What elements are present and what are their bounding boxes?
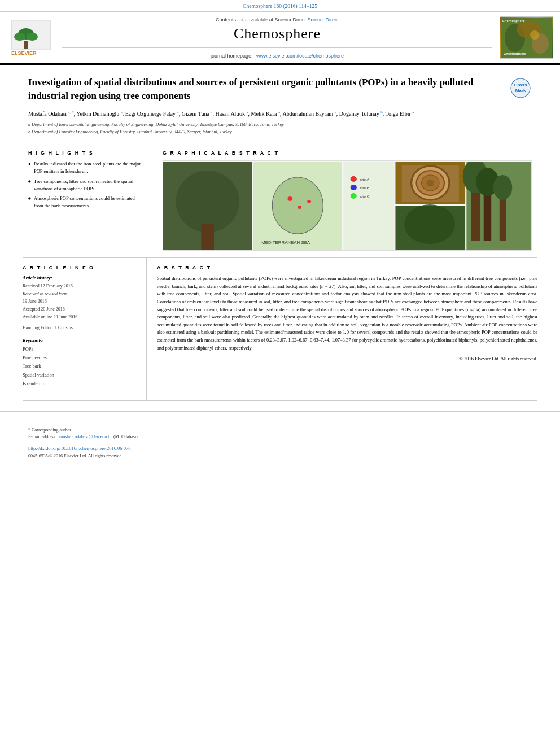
homepage-url[interactable]: www.elsevier.com/locate/chemosphere xyxy=(256,53,344,59)
email-line: E-mail address: mustafa.odabasi@deu.edu.… xyxy=(28,434,532,440)
page: Chemosphere 160 (2016) 114–125 ELSEVIER … xyxy=(0,0,560,747)
svg-point-20 xyxy=(287,196,292,201)
svg-rect-1 xyxy=(24,41,28,49)
received-date: Received 12 February 2016 xyxy=(23,282,139,290)
sciencedirect-link[interactable]: ScienceDirect xyxy=(308,17,339,23)
footer-issn: 0045-6535/© 2016 Elsevier Ltd. All right… xyxy=(28,453,532,458)
svg-point-36 xyxy=(427,180,434,186)
handling-editor: Handling Editor: J. Cousins xyxy=(23,324,139,332)
svg-point-27 xyxy=(351,193,357,199)
svg-point-25 xyxy=(351,176,357,182)
svg-text:ELSEVIER: ELSEVIER xyxy=(11,50,37,56)
journal-header-center: Contents lists available at ScienceDirec… xyxy=(62,16,492,59)
svg-point-38 xyxy=(404,204,455,244)
keyword-3: Tree bark xyxy=(23,362,139,370)
authors-line: Mustafa Odabasi a, *, Yetkin Dumanoglu a… xyxy=(28,110,532,118)
highlights-label: H I G H L I G H T S xyxy=(28,150,145,156)
svg-point-26 xyxy=(351,185,357,190)
affiliation-b: b Department of Forestry Engineering, Fa… xyxy=(28,129,532,135)
svg-text:Chemosphere: Chemosphere xyxy=(504,52,527,55)
svg-point-22 xyxy=(307,200,311,203)
homepage-label: journal homepage: xyxy=(211,53,253,59)
received-revised-date: 19 June 2016 xyxy=(23,298,139,305)
keyword-4: Spatial variation xyxy=(23,371,139,379)
svg-point-10 xyxy=(530,30,539,40)
keyword-5: Iskenderun xyxy=(23,379,139,388)
svg-text:site B: site B xyxy=(360,186,369,190)
svg-text:Mark: Mark xyxy=(515,88,526,93)
article-header: Investigation of spatial distributions a… xyxy=(0,65,560,143)
abstract-text: Spatial distributions of persistent orga… xyxy=(157,275,537,363)
article-history-block: Article history: Received 12 February 20… xyxy=(23,275,139,332)
contents-available-line: Contents lists available at ScienceDirec… xyxy=(216,17,339,23)
keyword-1: POPs xyxy=(23,345,139,353)
affiliation-a: a Department of Environmental Engineerin… xyxy=(28,121,532,128)
svg-text:site C: site C xyxy=(360,194,370,198)
svg-text:site A: site A xyxy=(360,177,369,181)
accepted-date: Accepted 20 June 2016 xyxy=(23,305,139,313)
graphical-abstract-label: G R A P H I C A L A B S T R A C T xyxy=(163,150,532,156)
crossmark-icon: Cross Mark xyxy=(510,77,531,99)
journal-header: ELSEVIER Contents lists available at Sci… xyxy=(0,12,560,64)
svg-point-45 xyxy=(493,175,513,200)
highlights-graphical-section: H I G H L I G H T S Results indicated th… xyxy=(23,143,537,258)
received-revised-label: Received in revised form xyxy=(23,290,139,298)
journal-ref-text: Chemosphere 160 (2016) 114–125 xyxy=(243,3,317,9)
email-person: (M. Odabasi). xyxy=(113,434,139,439)
corresponding-note: * Corresponding author. xyxy=(28,427,532,434)
svg-rect-17 xyxy=(201,224,213,250)
history-title: Article history: xyxy=(23,275,139,281)
keywords-list: POPs Pine needles Tree bark Spatial vari… xyxy=(23,345,139,388)
svg-text:Cross: Cross xyxy=(514,82,527,88)
abstract-body: Spatial distributions of persistent orga… xyxy=(157,276,537,350)
cover-title-text: Chemosphere xyxy=(502,19,525,23)
article-info-column: A R T I C L E I N F O Article history: R… xyxy=(23,258,147,400)
highlight-item-1: Results indicated that the iron-steel pl… xyxy=(28,160,145,175)
available-online: Available online 29 June 2016 xyxy=(23,313,139,321)
article-title-text: Investigation of spatial distributions a… xyxy=(28,76,504,103)
svg-point-21 xyxy=(298,206,301,209)
footer-links: http://dx.doi.org/10.1016/j.chemosphere.… xyxy=(28,445,532,451)
article-info-section: A R T I C L E I N F O Article history: R… xyxy=(23,258,537,401)
keywords-block: Keywords: POPs Pine needles Tree bark Sp… xyxy=(23,338,139,388)
svg-point-4 xyxy=(27,33,38,41)
svg-point-19 xyxy=(272,177,323,234)
highlight-item-3: Atmospheric POP concentrations could be … xyxy=(28,195,145,209)
email-address[interactable]: mustafa.odabasi@deu.edu.tr xyxy=(59,434,111,439)
highlights-list: Results indicated that the iron-steel pl… xyxy=(28,160,145,209)
highlight-item-2: Tree components, litter and soil reflect… xyxy=(28,178,145,193)
svg-rect-24 xyxy=(343,162,394,250)
graphical-abstract-image: MED TERRANEAN SEA site A site B site C xyxy=(163,160,532,251)
contents-text: Contents lists available at ScienceDirec… xyxy=(216,17,306,23)
copyright-notice: © 2016 Elsevier Ltd. All rights reserved… xyxy=(157,355,537,363)
crossmark-badge[interactable]: Cross Mark xyxy=(509,77,532,99)
article-info-label: A R T I C L E I N F O xyxy=(23,265,139,270)
keywords-title: Keywords: xyxy=(23,338,139,343)
journal-ref-bar: Chemosphere 160 (2016) 114–125 xyxy=(0,0,560,12)
abstract-column: A B S T R A C T Spatial distributions of… xyxy=(147,258,537,400)
graphical-abstract-svg: MED TERRANEAN SEA site A site B site C xyxy=(163,162,531,250)
graphical-abstract-column: G R A P H I C A L A B S T R A C T MED TE… xyxy=(152,143,532,257)
keyword-2: Pine needles xyxy=(23,353,139,362)
svg-point-3 xyxy=(14,33,25,41)
article-title-area: Investigation of spatial distributions a… xyxy=(28,76,532,103)
abstract-label: A B S T R A C T xyxy=(157,265,537,270)
journal-cover-area: Chemosphere Chemosphere xyxy=(498,16,554,59)
cover-svg: Chemosphere xyxy=(501,18,552,58)
journal-title: Chemosphere xyxy=(234,25,321,42)
svg-point-16 xyxy=(176,171,239,233)
journal-homepage-line: journal homepage: www.elsevier.com/locat… xyxy=(211,53,344,59)
elsevier-logo: ELSEVIER xyxy=(8,18,54,58)
svg-text:MED TERRANEAN SEA: MED TERRANEAN SEA xyxy=(261,240,310,244)
highlights-column: H I G H L I G H T S Results indicated th… xyxy=(28,143,152,257)
publisher-logo-area: ELSEVIER xyxy=(6,16,56,59)
email-label: E-mail address: xyxy=(28,434,56,439)
footer-area: * Corresponding author. E-mail address: … xyxy=(0,411,560,464)
doi-link[interactable]: http://dx.doi.org/10.1016/j.chemosphere.… xyxy=(28,445,130,451)
journal-cover-image: Chemosphere Chemosphere xyxy=(500,16,553,59)
